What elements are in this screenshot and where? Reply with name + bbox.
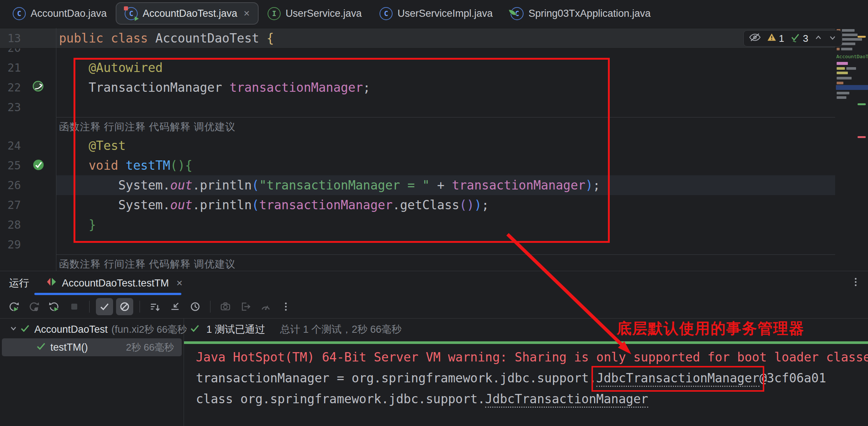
code-text: System.out.println("transactionManager =… bbox=[56, 175, 600, 195]
show-passed-icon[interactable] bbox=[96, 298, 113, 315]
tab-userserviceimpl-java[interactable]: CUserServiceImpl.java bbox=[371, 2, 502, 25]
run-tool-window: 运行 AccountDaoTest.testTM × AccountDaoTes… bbox=[0, 271, 868, 426]
sort-tests-icon[interactable] bbox=[146, 298, 163, 315]
error-stripe-mark[interactable] bbox=[858, 36, 866, 38]
ai-inlay-actions[interactable]: 函数注释 行间注释 代码解释 调优建议 bbox=[59, 257, 236, 271]
gutter-separator bbox=[56, 28, 56, 271]
spring-bean-icon[interactable] bbox=[32, 80, 45, 95]
minimap-bar bbox=[836, 85, 868, 90]
code-line-24[interactable]: 24 @Test bbox=[0, 136, 835, 156]
inspection-ok-icon[interactable] bbox=[790, 32, 800, 45]
sticky-line-number: 13 bbox=[0, 32, 21, 45]
line-number: 26 bbox=[0, 179, 21, 192]
code-line-21[interactable]: 21 @Autowired bbox=[0, 58, 835, 78]
console-text: Java HotSpot(TM) 64-Bit Server VM warnin… bbox=[196, 350, 868, 364]
tab-spring03txapplication-java[interactable]: CSpring03TxApplication.java bbox=[502, 2, 659, 25]
code-line-25[interactable]: 25 void testTM(){ bbox=[0, 156, 835, 175]
close-icon[interactable]: × bbox=[244, 7, 250, 19]
code-text: } bbox=[56, 215, 96, 235]
test-progress-bar bbox=[184, 341, 868, 344]
console-line: transactionManager = org.springframework… bbox=[196, 368, 868, 389]
code-line-22[interactable]: 22 TransactionManager transactionManager… bbox=[0, 78, 835, 97]
editor-tab-bar: CAccountDao.javaCAccountDaoTest.java×IUs… bbox=[0, 0, 868, 27]
code-editor[interactable]: 2021 @Autowired22 TransactionManager tra… bbox=[0, 38, 835, 273]
tab-userservice-java[interactable]: IUserService.java bbox=[259, 2, 371, 25]
test-tree: AccountDaoTest(fun.xi2秒 66毫秒testTM()2秒 6… bbox=[0, 319, 184, 426]
warning-icon[interactable] bbox=[767, 32, 777, 45]
test-tree-row-accountdaotest[interactable]: AccountDaoTest(fun.xi2秒 66毫秒 bbox=[0, 320, 184, 338]
line-number: 23 bbox=[0, 101, 21, 114]
minimap-bar bbox=[846, 67, 856, 70]
method-separator bbox=[56, 254, 835, 255]
navigate-stacktrace-icon[interactable] bbox=[166, 298, 184, 315]
rerun-icon[interactable] bbox=[5, 298, 22, 315]
code-line-23[interactable]: 23 bbox=[0, 97, 835, 117]
chevron-down-icon[interactable] bbox=[8, 323, 19, 336]
line-number: 28 bbox=[0, 218, 21, 231]
minimap-bar bbox=[841, 34, 858, 36]
test-name: testTM() bbox=[50, 342, 88, 353]
toolbar-separator bbox=[140, 301, 140, 313]
close-icon[interactable]: × bbox=[177, 277, 182, 289]
toolbar-separator bbox=[89, 301, 90, 313]
test-console[interactable]: 1 测试已通过 总计 1 个测试，2秒 66毫秒 Java HotSpot(TM… bbox=[184, 319, 868, 426]
line-number: 29 bbox=[0, 238, 21, 251]
screenshot-icon bbox=[217, 298, 234, 315]
java-class-icon: C bbox=[13, 7, 26, 20]
inspections-widget[interactable]: 1 3 bbox=[743, 30, 842, 47]
tab-label: UserService.java bbox=[285, 8, 362, 19]
reader-mode-icon[interactable] bbox=[749, 33, 761, 44]
more-icon[interactable] bbox=[850, 276, 861, 289]
toolbar-separator bbox=[210, 301, 210, 313]
run-content: AccountDaoTest(fun.xi2秒 66毫秒testTM()2秒 6… bbox=[0, 319, 868, 426]
ai-inlay-actions[interactable]: 函数注释 行间注释 代码解释 调优建议 bbox=[59, 120, 236, 134]
code-minimap[interactable]: AccountDaoT bbox=[836, 28, 868, 237]
code-line-26[interactable]: 26 System.out.println("transactionManage… bbox=[0, 175, 835, 195]
test-passed-check-icon bbox=[35, 341, 47, 354]
tab-accountdao-java[interactable]: CAccountDao.java bbox=[4, 2, 116, 25]
tab-label: UserServiceImpl.java bbox=[397, 8, 493, 19]
console-class-link[interactable]: JdbcTransactionManager bbox=[596, 371, 759, 387]
ai-inlay-row: 函数注释 行间注释 代码解释 调优建议 bbox=[0, 117, 835, 136]
tab-label: AccountDaoTest.java bbox=[143, 8, 237, 19]
test-duration: 2秒 66毫秒 bbox=[139, 323, 187, 336]
toggle-auto-test-icon[interactable] bbox=[46, 298, 63, 315]
next-problem-icon[interactable] bbox=[828, 33, 837, 44]
inspection-ok-count[interactable]: 3 bbox=[803, 33, 808, 44]
gutter bbox=[21, 80, 56, 95]
code-line-27[interactable]: 27 System.out.println(transactionManager… bbox=[0, 195, 835, 215]
java-class-icon: C bbox=[380, 7, 393, 20]
tests-passed-label: 1 测试已通过 bbox=[206, 323, 265, 336]
minimap-bar bbox=[837, 72, 848, 74]
ide-window: CAccountDao.javaCAccountDaoTest.java×IUs… bbox=[0, 0, 868, 426]
run-tab-label: AccountDaoTest.testTM bbox=[62, 278, 169, 289]
test-history-icon[interactable] bbox=[187, 298, 204, 315]
sticky-code-text: public class AccountDaoTest { bbox=[56, 28, 274, 48]
more-icon[interactable] bbox=[277, 298, 294, 315]
minimap-bar bbox=[837, 96, 846, 99]
minimap-bar bbox=[841, 38, 862, 41]
error-stripe-mark[interactable] bbox=[858, 136, 866, 138]
test-duration: 2秒 66毫秒 bbox=[126, 341, 174, 354]
minimap-bar bbox=[837, 92, 849, 94]
warning-count[interactable]: 1 bbox=[779, 33, 784, 44]
run-toolbar bbox=[0, 295, 868, 319]
test-passed-icon[interactable] bbox=[32, 158, 45, 173]
minimap-class-label: AccountDaoT bbox=[836, 54, 868, 59]
console-output[interactable]: Java HotSpot(TM) 64-Bit Server VM warnin… bbox=[196, 347, 868, 410]
test-tree-row-testtm[interactable]: testTM()2秒 66毫秒 bbox=[2, 338, 182, 356]
code-line-29[interactable]: 29 bbox=[0, 235, 835, 254]
show-ignored-icon[interactable] bbox=[116, 298, 133, 315]
prev-problem-icon[interactable] bbox=[814, 33, 822, 44]
test-passed-check-icon bbox=[19, 323, 31, 336]
code-line-28[interactable]: 28 } bbox=[0, 215, 835, 235]
console-class-link[interactable]: JdbcTransactionManager bbox=[485, 392, 648, 408]
console-text: @3cf06a01 bbox=[759, 371, 826, 385]
error-stripe-mark[interactable] bbox=[858, 103, 866, 105]
run-tab-accountdaotest[interactable]: AccountDaoTest.testTM × bbox=[46, 277, 182, 290]
tab-accountdaotest-java[interactable]: CAccountDaoTest.java× bbox=[116, 2, 259, 25]
export-test-results-icon bbox=[237, 298, 254, 315]
test-package-suffix: (fun.xi bbox=[112, 324, 139, 335]
sticky-code-line: 13 public class AccountDaoTest { bbox=[0, 28, 835, 48]
minimap-bar bbox=[837, 77, 852, 79]
